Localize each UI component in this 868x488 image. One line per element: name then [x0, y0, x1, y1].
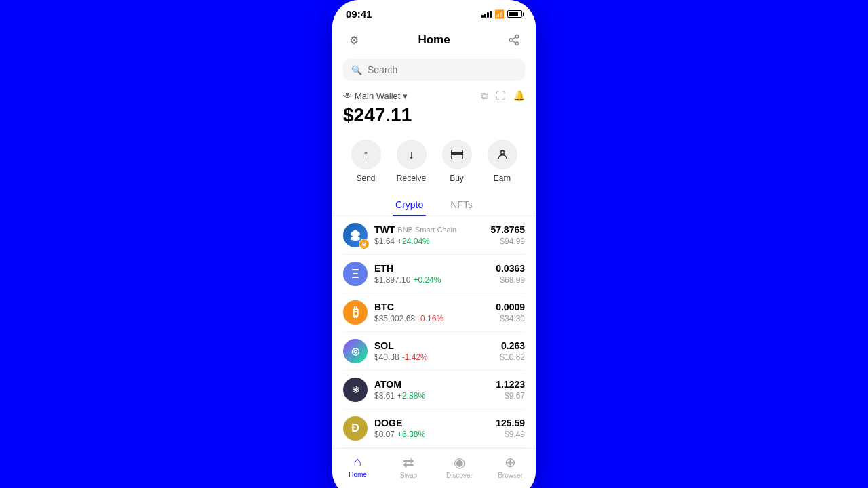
buy-button[interactable]: Buy	[442, 140, 472, 183]
receive-label: Receive	[397, 174, 426, 183]
coin-right: 0.263 $10.62	[500, 340, 525, 362]
list-item[interactable]: Ξ ETH $1,897.10 +0.24% 0.0363 $68.99	[343, 255, 525, 293]
coin-info: BTC $35,002.68 -0.16%	[374, 302, 443, 323]
wallet-section: 👁 Main Wallet ▾ ⧉ ⛶ 🔔 $247.11	[332, 87, 536, 134]
buy-label: Buy	[450, 174, 464, 183]
coin-amount: 57.8765	[490, 224, 525, 235]
atom-icon: ⚛	[343, 378, 368, 402]
send-button[interactable]: ↑ Send	[351, 140, 381, 183]
svg-line-4	[512, 37, 515, 39]
coin-info: TWT BNB Smart Chain $1.64 +24.04%	[374, 224, 456, 246]
nav-discover[interactable]: ◉ Discover	[443, 454, 477, 479]
list-item[interactable]: ₿ BTC $35,002.68 -0.16% 0.0009 $34.30	[343, 293, 525, 332]
nav-home-label: Home	[349, 471, 367, 479]
coin-change: +6.38%	[397, 430, 425, 439]
coin-price: $8.61	[374, 391, 395, 401]
search-input[interactable]	[368, 64, 517, 75]
nav-swap-label: Swap	[400, 472, 417, 479]
coin-right: 0.0363 $68.99	[496, 263, 525, 285]
link-icon[interactable]	[503, 29, 525, 51]
btc-icon: ₿	[343, 300, 368, 325]
coin-change: +2.88%	[397, 391, 425, 401]
coin-symbol: SOL	[374, 340, 394, 351]
send-label: Send	[356, 174, 375, 183]
earn-icon	[488, 140, 517, 169]
buy-icon	[442, 140, 472, 169]
bell-icon[interactable]: 🔔	[513, 90, 525, 102]
coin-price: $35,002.68	[374, 314, 415, 323]
tab-crypto[interactable]: Crypto	[393, 194, 426, 216]
status-icons: 📶	[481, 9, 522, 19]
bnb-sub-icon: B	[359, 239, 370, 249]
coin-left: B TWT BNB Smart Chain $1.64 +24.04%	[343, 223, 456, 247]
coin-amount: 0.263	[500, 340, 525, 351]
coin-change: +0.24%	[413, 275, 441, 285]
tab-nfts[interactable]: NFTs	[448, 194, 475, 216]
svg-line-3	[512, 41, 515, 43]
earn-label: Earn	[494, 174, 511, 183]
coin-change: -1.42%	[402, 352, 428, 362]
earn-button[interactable]: Earn	[488, 140, 517, 183]
coin-symbol: BTC	[374, 302, 394, 312]
coin-symbol: TWT	[374, 224, 395, 235]
bottom-nav: ⌂ Home ⇄ Swap ◉ Discover ⊕ Browser	[332, 448, 536, 487]
svg-point-2	[515, 42, 519, 45]
coin-chain: BNB Smart Chain	[397, 226, 456, 234]
copy-icon[interactable]: ⧉	[481, 90, 488, 102]
nav-home[interactable]: ⌂ Home	[341, 454, 375, 479]
sol-icon: ◎	[343, 339, 368, 363]
list-item[interactable]: ◎ SOL $40.38 -1.42% 0.263 $10.62	[343, 332, 525, 371]
status-time: 09:41	[346, 8, 372, 20]
nav-browser[interactable]: ⊕ Browser	[494, 454, 528, 479]
coin-symbol: DOGE	[374, 418, 402, 428]
home-icon: ⌂	[353, 454, 361, 470]
coin-right: 1.1223 $9.67	[496, 379, 525, 401]
coin-value: $68.99	[496, 275, 525, 285]
svg-point-1	[509, 39, 513, 42]
discover-icon: ◉	[454, 454, 465, 470]
list-item[interactable]: ⚛ ATOM $8.61 +2.88% 1.1223 $9.67	[343, 371, 525, 409]
wallet-name: Main Wallet	[355, 91, 400, 101]
coin-symbol: ATOM	[374, 379, 401, 390]
coin-value: $34.30	[496, 314, 525, 323]
coin-right: 0.0009 $34.30	[496, 302, 525, 323]
wallet-label[interactable]: 👁 Main Wallet ▾	[343, 91, 408, 101]
eth-icon: Ξ	[343, 262, 368, 286]
browser-icon: ⊕	[505, 454, 516, 470]
coin-amount: 0.0009	[496, 302, 525, 312]
svg-rect-6	[451, 152, 463, 155]
receive-button[interactable]: ↓ Receive	[397, 140, 427, 183]
asset-tabs: Crypto NFTs	[332, 194, 536, 216]
dropdown-icon: ▾	[403, 91, 408, 101]
coin-right: 57.8765 $94.99	[490, 224, 525, 246]
coin-left: ₿ BTC $35,002.68 -0.16%	[343, 300, 443, 325]
coin-price: $40.38	[374, 352, 399, 362]
app-header: ⚙ Home	[332, 24, 536, 56]
settings-icon[interactable]: ⚙	[343, 29, 365, 51]
list-item[interactable]: B TWT BNB Smart Chain $1.64 +24.04% 57.8…	[343, 216, 525, 255]
coin-info: SOL $40.38 -1.42%	[374, 340, 428, 362]
coin-change: +24.04%	[397, 237, 430, 246]
action-buttons: ↑ Send ↓ Receive Buy	[332, 134, 536, 194]
receive-icon: ↓	[397, 140, 427, 169]
crypto-list: B TWT BNB Smart Chain $1.64 +24.04% 57.8…	[332, 216, 536, 448]
eye-icon: 👁	[343, 91, 352, 101]
expand-icon[interactable]: ⛶	[496, 90, 505, 102]
coin-amount: 125.59	[496, 418, 525, 428]
coin-info: ETH $1,897.10 +0.24%	[374, 263, 441, 285]
nav-swap[interactable]: ⇄ Swap	[392, 454, 426, 479]
nav-discover-label: Discover	[446, 472, 473, 479]
coin-value: $9.49	[496, 430, 525, 439]
list-item[interactable]: Ð DOGE $0.07 +6.38% 125.59 $9.49	[343, 409, 525, 448]
coin-price: $0.07	[374, 430, 395, 439]
coin-value: $94.99	[490, 237, 525, 246]
coin-left: ◎ SOL $40.38 -1.42%	[343, 339, 428, 363]
search-bar[interactable]: 🔍	[343, 59, 525, 81]
coin-price: $1,897.10	[374, 275, 410, 285]
wallet-action-icons: ⧉ ⛶ 🔔	[481, 90, 525, 102]
coin-info: ATOM $8.61 +2.88%	[374, 379, 425, 401]
send-icon: ↑	[351, 140, 381, 169]
coin-change: -0.16%	[418, 314, 443, 323]
coin-amount: 1.1223	[496, 379, 525, 390]
coin-value: $10.62	[500, 352, 525, 362]
